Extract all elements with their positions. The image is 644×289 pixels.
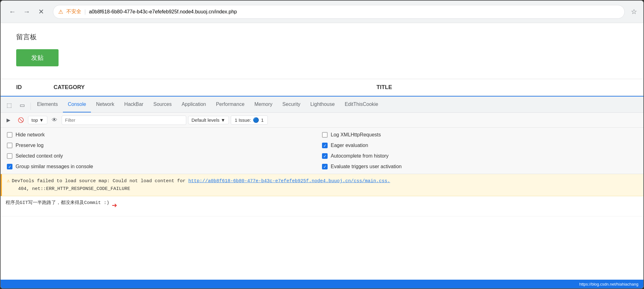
- console-toolbar: ▶ 🚫 top ▼ 👁 Default levels ▼ 1 Issue: 🔵 …: [1, 113, 643, 128]
- error-url[interactable]: http://a0b8f618-6b80-477e-b43c-e7efefeb9…: [188, 178, 390, 184]
- issue-count: 1: [261, 117, 263, 123]
- column-id: ID: [16, 84, 54, 91]
- context-dropdown[interactable]: top ▼: [28, 116, 47, 124]
- checkbox-evaluate-triggers[interactable]: ✓: [322, 164, 328, 169]
- dropdown-arrow-icon: ▼: [39, 117, 44, 123]
- checkbox-group-similar[interactable]: ✓: [7, 164, 12, 169]
- label-preserve-log: Preserve log: [16, 143, 44, 148]
- bookmark-button[interactable]: ☆: [631, 8, 637, 16]
- checkbox-hide-network[interactable]: [7, 132, 12, 138]
- tab-security[interactable]: Security: [277, 97, 305, 112]
- error-details: 404, net::ERR_HTTP_RESPONSE_CODE_FAILURE: [18, 186, 130, 192]
- label-hide-network: Hide network: [16, 132, 45, 138]
- issue-icon: 🔵: [253, 117, 259, 123]
- setting-hide-network[interactable]: Hide network: [7, 132, 322, 138]
- checkbox-selected-context[interactable]: [7, 153, 12, 159]
- message-text: 程序员GIT写一半跑路了，都没来得及Commit :): [6, 199, 109, 207]
- label-selected-context: Selected context only: [16, 153, 63, 159]
- checkbox-autocomplete[interactable]: ✓: [322, 153, 328, 159]
- tab-application[interactable]: Application: [177, 97, 211, 112]
- tab-hackbar[interactable]: HackBar: [119, 97, 148, 112]
- arrow-icon: ➜: [112, 199, 117, 213]
- checkbox-log-xhr[interactable]: [322, 132, 328, 138]
- url-base: a0b8f618-6b80-477e-b43c-e7efefeb925f.nod…: [89, 9, 214, 14]
- clear-button[interactable]: 🚫: [16, 115, 26, 126]
- filter-input[interactable]: [62, 116, 186, 125]
- label-evaluate-triggers: Evaluate triggers user activation: [331, 164, 402, 169]
- tab-editthiscookie[interactable]: EditThisCookie: [340, 97, 383, 112]
- title-bar: ← → ✕ ⚠ 不安全 | a0b8f618-6b80-477e-b43c-e7…: [1, 1, 643, 23]
- table-header: ID CATEGORY TITLE: [1, 79, 643, 96]
- page-title: 留言板: [16, 32, 628, 42]
- eye-button[interactable]: 👁: [49, 115, 60, 126]
- console-settings: Hide network Preserve log Selected conte…: [1, 128, 643, 174]
- status-url: https://blog.csdn.net/hiahiachang: [579, 282, 638, 287]
- insecure-label: 不安全: [66, 8, 81, 15]
- setting-eager-eval[interactable]: ✓ Eager evaluation: [322, 143, 637, 148]
- label-autocomplete: Autocomplete from history: [331, 153, 389, 159]
- forward-button[interactable]: →: [21, 6, 32, 17]
- checkbox-eager-eval[interactable]: ✓: [322, 143, 328, 148]
- warning-icon: ⚠: [7, 178, 10, 184]
- back-button[interactable]: ←: [7, 6, 18, 17]
- issue-label: 1 Issue:: [235, 117, 251, 123]
- tab-divider: [31, 102, 31, 110]
- settings-col-left: Hide network Preserve log Selected conte…: [7, 132, 322, 169]
- column-title: TITLE: [141, 84, 628, 91]
- label-group-similar: Group similar messages in console: [16, 164, 93, 169]
- tab-lighthouse[interactable]: Lighthouse: [305, 97, 340, 112]
- label-log-xhr: Log XMLHttpRequests: [331, 132, 381, 138]
- setting-group-similar[interactable]: ✓ Group similar messages in console: [7, 164, 322, 169]
- context-label: top: [31, 117, 38, 123]
- issue-badge[interactable]: 1 Issue: 🔵 1: [231, 116, 268, 125]
- post-button[interactable]: 发贴: [16, 49, 59, 66]
- cursor-icon-btn[interactable]: ⬚: [3, 99, 15, 111]
- label-eager-eval: Eager evaluation: [331, 143, 368, 148]
- column-category: CATEGORY: [54, 84, 141, 91]
- nav-buttons: ← → ✕: [7, 6, 47, 17]
- url-path: /index.php: [214, 9, 237, 14]
- settings-col-right: Log XMLHttpRequests ✓ Eager evaluation ✓…: [322, 132, 637, 169]
- devtools-panel: ⬚ ▭ Elements Console Network HackBar Sou…: [1, 96, 643, 280]
- tab-console[interactable]: Console: [63, 97, 91, 112]
- console-error-entry: ⚠DevTools failed to load source map: Cou…: [1, 174, 643, 196]
- status-bar: https://blog.csdn.net/hiahiachang: [1, 280, 643, 288]
- url-separator: |: [84, 8, 86, 15]
- default-levels-dropdown[interactable]: Default levels ▼: [188, 116, 229, 124]
- default-levels-label: Default levels: [192, 117, 220, 123]
- setting-selected-context[interactable]: Selected context only: [7, 153, 322, 159]
- tab-performance[interactable]: Performance: [211, 97, 249, 112]
- setting-evaluate-triggers[interactable]: ✓ Evaluate triggers user activation: [322, 164, 637, 169]
- mobile-icon-btn[interactable]: ▭: [16, 99, 28, 111]
- tab-sources[interactable]: Sources: [148, 97, 177, 112]
- console-output: ⚠DevTools failed to load source map: Cou…: [1, 174, 643, 280]
- page-content: 留言板 发贴: [1, 23, 643, 79]
- devtools-tabs: ⬚ ▭ Elements Console Network HackBar Sou…: [1, 97, 643, 113]
- tab-elements[interactable]: Elements: [32, 97, 63, 112]
- security-icon: ⚠: [58, 8, 63, 15]
- execute-button[interactable]: ▶: [3, 115, 14, 126]
- tab-memory[interactable]: Memory: [249, 97, 277, 112]
- url-display: a0b8f618-6b80-477e-b43c-e7efefeb925f.nod…: [89, 9, 237, 15]
- levels-arrow-icon: ▼: [221, 117, 225, 123]
- console-message-entry: 程序员GIT写一半跑路了，都没来得及Commit :) ➜: [1, 196, 643, 217]
- setting-log-xhr[interactable]: Log XMLHttpRequests: [322, 132, 637, 138]
- setting-autocomplete[interactable]: ✓ Autocomplete from history: [322, 153, 637, 159]
- checkbox-preserve-log[interactable]: [7, 143, 12, 148]
- tab-network[interactable]: Network: [91, 97, 119, 112]
- setting-preserve-log[interactable]: Preserve log: [7, 143, 322, 148]
- address-bar[interactable]: ⚠ 不安全 | a0b8f618-6b80-477e-b43c-e7efefeb…: [53, 5, 625, 19]
- close-button[interactable]: ✕: [36, 6, 47, 17]
